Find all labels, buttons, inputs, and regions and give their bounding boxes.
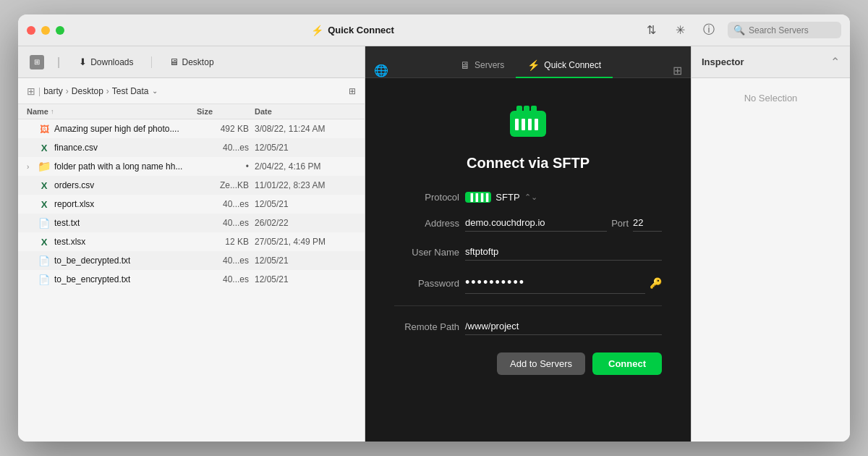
titlebar: ⚡ Quick Connect ⇅ ✳ ⓘ 🔍: [18, 14, 850, 46]
breadcrumb-testdata[interactable]: Test Data ⌄: [112, 86, 158, 96]
toolbar-divider: [151, 56, 152, 68]
list-item[interactable]: 📄 to_be_encrypted.txt 40...es 12/05/21: [18, 270, 365, 289]
breadcrumb-testdata-text: Test Data: [112, 86, 149, 96]
list-item[interactable]: 📄 test.txt 40...es 26/02/22: [18, 214, 365, 232]
file-size: 40...es: [197, 256, 255, 266]
excel-icon: X: [38, 142, 50, 153]
key-icon[interactable]: 🔑: [650, 277, 662, 289]
protocol-chevron: ⌃⌄: [524, 193, 537, 202]
search-input[interactable]: [749, 25, 835, 35]
breadcrumb-desktop-text: Desktop: [72, 86, 103, 96]
add-to-servers-button[interactable]: Add to Servers: [497, 352, 585, 375]
password-input[interactable]: [465, 272, 645, 294]
transfer-icon: ⇅: [647, 23, 656, 37]
port-label: Port: [611, 218, 629, 229]
form-container: Protocol ▐▐▐▐ SFTP ⌃⌄ Address Port: [394, 192, 662, 352]
view-grid-icon[interactable]: ⊞: [349, 86, 356, 96]
desktop-button[interactable]: 🖥 Desktop: [163, 54, 220, 70]
password-row: Password 🔑: [394, 272, 662, 294]
remote-path-label: Remote Path: [394, 321, 459, 332]
list-item[interactable]: X finance.csv 40...es 12/05/21: [18, 138, 365, 157]
download-icon: ⬇: [79, 56, 87, 67]
list-item[interactable]: X orders.csv Ze...KB 11/01/22, 8:23 AM: [18, 176, 365, 195]
spinner-button[interactable]: ✳: [670, 20, 690, 41]
file-name: folder path with a long name hh...: [54, 161, 182, 172]
svg-rect-1: [516, 106, 522, 116]
maximize-button[interactable]: [56, 26, 64, 35]
window-title: ⚡ Quick Connect: [64, 25, 641, 36]
breadcrumb-user[interactable]: barty: [43, 86, 63, 96]
txt-icon: 📄: [38, 255, 50, 266]
protocol-label: Protocol: [394, 192, 459, 203]
tab-servers[interactable]: 🖥 Servers: [448, 54, 516, 78]
list-item[interactable]: 🖼 Amazing super high def photo.... 492 K…: [18, 119, 365, 138]
header-date: Date: [255, 107, 356, 116]
list-item[interactable]: X report.xlsx 40...es 12/05/21: [18, 195, 365, 214]
file-name-cell: 📄 test.txt: [27, 217, 197, 229]
info-icon: ⓘ: [703, 22, 715, 38]
inspector-collapse-icon[interactable]: ⌃: [830, 55, 840, 69]
no-selection-text: No Selection: [744, 93, 798, 104]
list-item[interactable]: X test.xlsx 12 KB 27/05/21, 4:49 PM: [18, 232, 365, 251]
protocol-value: SFTP: [495, 192, 519, 203]
search-box[interactable]: 🔍: [728, 22, 841, 38]
globe-icon-wrapper: 🌐: [374, 64, 388, 77]
port-input[interactable]: [633, 214, 662, 232]
username-label: User Name: [394, 247, 459, 258]
breadcrumb-chevron: ⌄: [152, 87, 158, 95]
quick-connect-tab-icon: ⚡: [527, 59, 540, 71]
close-button[interactable]: [27, 26, 35, 35]
excel-icon: X: [38, 180, 50, 191]
title-text: Quick Connect: [328, 25, 394, 35]
connect-title: Connect via SFTP: [467, 155, 590, 172]
downloads-button[interactable]: ⬇ Downloads: [73, 54, 139, 70]
grid-dots-icon[interactable]: ⊞: [673, 64, 682, 77]
file-size: 40...es: [197, 274, 255, 284]
file-date: 27/05/21, 4:49 PM: [255, 237, 356, 247]
file-date: 26/02/22: [255, 218, 356, 228]
titlebar-right: ⇅ ✳ ⓘ 🔍: [641, 20, 841, 41]
username-input[interactable]: [465, 243, 662, 261]
remote-path-input[interactable]: [465, 318, 662, 335]
excel-icon: X: [38, 236, 50, 248]
row-chevron: ›: [27, 163, 34, 171]
file-name-cell: X report.xlsx: [27, 198, 197, 210]
file-name-cell: 📄 to_be_decrypted.txt: [27, 255, 197, 266]
file-name-cell: › 📁 folder path with a long name hh...: [27, 161, 197, 172]
breadcrumb-user-text: barty: [43, 86, 63, 96]
inspector-header: Inspector ⌃: [692, 46, 850, 78]
list-item[interactable]: 📄 to_be_decrypted.txt 40...es 12/05/21: [18, 251, 365, 270]
txt-icon: 📄: [38, 217, 50, 229]
file-name: orders.csv: [54, 180, 94, 190]
file-name: finance.csv: [54, 143, 98, 153]
file-name: test.xlsx: [54, 237, 85, 247]
minimize-button[interactable]: [41, 26, 50, 35]
servers-tab-icon: 🖥: [460, 59, 470, 71]
file-name: report.xlsx: [54, 199, 94, 209]
address-port-row: Port: [465, 214, 662, 232]
info-button[interactable]: ⓘ: [699, 20, 719, 41]
list-item[interactable]: › 📁 folder path with a long name hh... •…: [18, 157, 365, 176]
tab-quick-connect[interactable]: ⚡ Quick Connect: [516, 54, 613, 78]
remote-path-row: Remote Path: [394, 318, 662, 335]
breadcrumb-sep2: ›: [106, 86, 109, 96]
panel-icon: ⊞: [30, 55, 44, 69]
file-name: to_be_decrypted.txt: [54, 256, 130, 266]
desktop-label: Desktop: [182, 57, 214, 67]
separator: [394, 305, 662, 306]
file-size: 40...es: [197, 199, 255, 209]
password-field-row: 🔑: [465, 272, 662, 294]
file-date: 12/05/21: [255, 274, 356, 284]
file-name-cell: X finance.csv: [27, 142, 197, 153]
transfer-button[interactable]: ⇅: [641, 20, 661, 41]
file-name-cell: X test.xlsx: [27, 236, 197, 248]
connect-button[interactable]: Connect: [592, 352, 662, 375]
address-input[interactable]: [465, 214, 607, 232]
breadcrumb-desktop[interactable]: Desktop: [72, 86, 103, 96]
file-toolbar: ⊞ | ⬇ Downloads 🖥 Desktop: [18, 46, 365, 78]
inspector-title: Inspector: [702, 56, 744, 67]
file-name: Amazing super high def photo....: [54, 124, 179, 134]
app-window: ⚡ Quick Connect ⇅ ✳ ⓘ 🔍 ⊞: [18, 14, 850, 442]
file-date: 3/08/22, 11:24 AM: [255, 124, 356, 134]
protocol-select[interactable]: ▐▐▐▐ SFTP ⌃⌄: [465, 192, 537, 203]
